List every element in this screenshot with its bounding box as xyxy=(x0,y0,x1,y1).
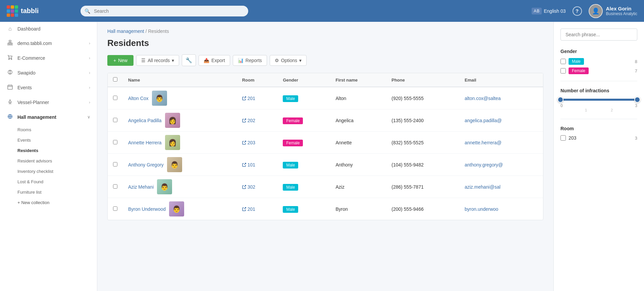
gender-male-option: Male 8 xyxy=(560,58,637,65)
resident-name-link[interactable]: Anthony Gregory xyxy=(128,162,164,167)
all-records-button[interactable]: ☰ All records ▾ xyxy=(136,55,179,66)
row-phone-cell: (200) 555-9466 xyxy=(386,198,459,220)
header: tabbli 🔍 AB English 03 ? 👤 Alex Gorin Bu… xyxy=(0,0,644,22)
language-selector[interactable]: AB English 03 xyxy=(532,8,566,14)
table-row: Alton Cox 👨 201 Male Alton (920) 555-555… xyxy=(108,87,543,109)
sidebar-item-residents[interactable]: Residents xyxy=(17,145,97,156)
hall-icon xyxy=(7,114,13,120)
room-link[interactable]: 101 xyxy=(242,162,272,167)
gender-female-option: Female 7 xyxy=(560,67,637,74)
row-gender-cell: Female xyxy=(277,109,330,132)
select-all-checkbox[interactable] xyxy=(113,77,117,82)
range-thumb-left[interactable] xyxy=(557,97,564,103)
row-checkbox[interactable] xyxy=(113,184,117,189)
gender-male-checkbox[interactable] xyxy=(560,59,566,64)
help-button[interactable]: ? xyxy=(573,6,582,16)
room-link[interactable]: 202 xyxy=(242,118,272,123)
room-203-checkbox[interactable] xyxy=(560,135,566,141)
row-checkbox[interactable] xyxy=(113,162,117,166)
infractions-slider[interactable] xyxy=(560,99,637,101)
header-right: AB English 03 ? 👤 Alex Gorin Business An… xyxy=(532,4,637,18)
sidebar-item-events-sub[interactable]: Events xyxy=(17,135,97,145)
row-email-cell: aziz.mehani@sal xyxy=(459,176,543,198)
svg-rect-1 xyxy=(7,44,9,45)
link-icon xyxy=(242,118,246,123)
settings-icon-button[interactable]: 🔧 xyxy=(182,54,196,66)
sidebar-item-lost-found[interactable]: Lost & Found xyxy=(17,177,97,187)
reports-button[interactable]: 📊 Reports xyxy=(233,55,267,66)
options-button[interactable]: ⚙ Options ▾ xyxy=(270,55,307,66)
link-icon xyxy=(242,141,246,145)
room-link[interactable]: 302 xyxy=(242,184,272,190)
gender-badge: Female xyxy=(283,140,303,146)
logo[interactable]: tabbli xyxy=(7,5,74,17)
row-checkbox[interactable] xyxy=(113,140,117,144)
user-info[interactable]: 👤 Alex Gorin Business Analytic xyxy=(589,4,637,18)
sidebar-item-dashboard[interactable]: ⌂ Dashboard xyxy=(0,22,97,36)
row-gender-cell: Male xyxy=(277,87,330,109)
range-thumb-right[interactable] xyxy=(634,97,640,103)
sidebar-item-new-collection[interactable]: + New collection xyxy=(17,197,97,208)
row-phone-cell: (104) 555-9482 xyxy=(386,154,459,176)
sidebar-item-rooms[interactable]: Rooms xyxy=(17,125,97,135)
row-gender-cell: Male xyxy=(277,198,330,220)
row-checkbox[interactable] xyxy=(113,206,117,211)
svg-point-10 xyxy=(11,59,12,60)
row-email-cell: byron.underwoo xyxy=(459,198,543,220)
room-link[interactable]: 201 xyxy=(242,206,272,212)
resident-name-link[interactable]: Alton Cox xyxy=(128,96,149,101)
new-label: New xyxy=(118,58,127,63)
row-checkbox-cell xyxy=(108,132,123,154)
svg-rect-0 xyxy=(9,40,11,42)
sidebar-item-events[interactable]: Events › xyxy=(0,80,97,95)
resident-name-link[interactable]: Annette Herrera xyxy=(128,140,162,145)
sidebar-item-hall-management[interactable]: Hall management ∨ xyxy=(0,110,97,125)
breadcrumb-parent[interactable]: Hall management xyxy=(107,29,144,34)
chevron-down-icon: ∨ xyxy=(87,115,90,119)
row-firstname-cell: Anthony xyxy=(330,154,386,176)
search-input[interactable] xyxy=(80,6,248,16)
sidebar-item-label: Swapido xyxy=(17,70,85,76)
breadcrumb: Hall management / Residents xyxy=(107,29,543,34)
name-cell: Byron Underwood 👨 xyxy=(128,201,231,216)
room-link[interactable]: 203 xyxy=(242,140,272,145)
new-button[interactable]: + New xyxy=(107,55,133,66)
resident-name-link[interactable]: Byron Underwood xyxy=(128,206,166,212)
row-checkbox[interactable] xyxy=(113,118,117,122)
sidebar-item-demo[interactable]: demo.tabbli.com › xyxy=(0,36,97,51)
gender-female-checkbox[interactable] xyxy=(560,68,566,74)
export-button[interactable]: 📤 Export xyxy=(199,55,230,66)
resident-name-link[interactable]: Aziz Mehani xyxy=(128,184,154,190)
sidebar-item-label: Vessel-Planner xyxy=(17,100,85,105)
resident-name-link[interactable]: Angelica Padilla xyxy=(128,118,162,123)
sidebar-item-ecommerce[interactable]: E-Commerce › xyxy=(0,51,97,65)
sidebar-item-label: Hall management xyxy=(17,114,83,120)
row-room-cell: 101 xyxy=(237,154,278,176)
row-name-cell: Aziz Mehani 👨 xyxy=(123,176,237,198)
sidebar-item-swapido[interactable]: Swapido › xyxy=(0,65,97,80)
chevron-right-icon: › xyxy=(89,70,90,75)
tick-2: 2 xyxy=(611,108,613,112)
sidebar-item-resident-advisors[interactable]: Resident advisors xyxy=(17,156,97,166)
all-records-label: All records xyxy=(148,58,170,63)
female-badge: Female xyxy=(569,67,589,74)
row-name-cell: Byron Underwood 👨 xyxy=(123,198,237,220)
tick-1: 1 xyxy=(585,108,587,112)
gender-badge: Male xyxy=(283,206,298,213)
sidebar-item-vessel-planner[interactable]: Vessel-Planner › xyxy=(0,95,97,110)
table-row: Aziz Mehani 👨 302 Male Aziz (286) 555-78… xyxy=(108,176,543,198)
avatar: 👤 xyxy=(589,4,603,18)
room-link[interactable]: 201 xyxy=(242,96,272,101)
events-icon xyxy=(7,84,13,91)
sidebar-item-furniture-list[interactable]: Furniture list xyxy=(17,187,97,197)
row-firstname-cell: Aziz xyxy=(330,176,386,198)
reports-icon: 📊 xyxy=(238,58,244,63)
col-phone: Phone xyxy=(386,73,459,87)
range-ticks: 1 2 xyxy=(560,108,637,112)
row-checkbox[interactable] xyxy=(113,96,117,100)
plus-icon: + xyxy=(113,58,116,63)
filter-search-input[interactable] xyxy=(560,29,637,41)
name-cell: Anthony Gregory 👨 xyxy=(128,157,231,172)
sidebar-item-inventory-checklist[interactable]: Inventory checklist xyxy=(17,166,97,177)
content-area: Hall management / Residents Residents + … xyxy=(97,22,553,227)
